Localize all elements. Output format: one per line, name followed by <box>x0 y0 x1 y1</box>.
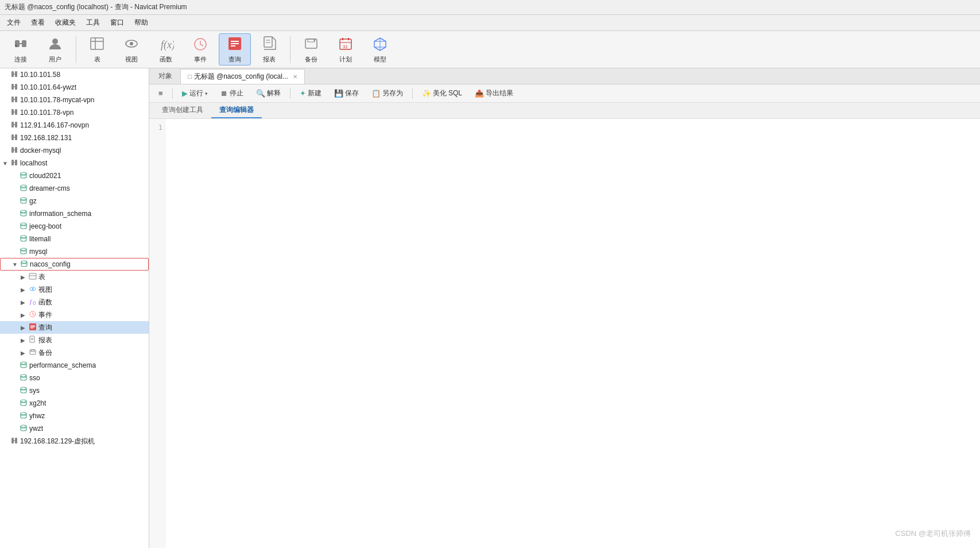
tree-item-c3[interactable]: 10.10.101.78-mycat-vpn <box>0 94 149 106</box>
menu-item-帮助[interactable]: 帮助 <box>130 16 153 29</box>
svg-point-100 <box>21 412 26 415</box>
tree-item-sso[interactable]: sso <box>0 372 149 384</box>
toolbar-btn-view[interactable]: 视图 <box>115 33 148 65</box>
subtab-1[interactable]: 查询编辑器 <box>211 103 262 118</box>
tree-label-performance_schema: performance_schema <box>29 361 96 369</box>
toolbar-btn-backup[interactable]: 备份 <box>295 33 327 65</box>
tree-toggle-backup_node[interactable]: ▶ <box>21 350 29 356</box>
backup-icon <box>303 36 319 54</box>
editor[interactable]: 1 <box>149 119 980 548</box>
tree-item-c_vm[interactable]: 192.168.182.129-虚拟机 <box>0 435 149 447</box>
tree-label-c6: 192.168.182.131 <box>20 134 72 142</box>
toolbar-btn-table[interactable]: 表 <box>81 33 113 65</box>
tree-icon-c7 <box>10 146 18 156</box>
tree-item-cloud2021[interactable]: cloud2021 <box>0 169 149 182</box>
explain-btn[interactable]: 🔍 解释 <box>251 87 285 100</box>
run-btn[interactable]: ▶ 运行 ▾ <box>177 87 212 100</box>
menu-item-窗口[interactable]: 窗口 <box>106 16 129 29</box>
svg-rect-47 <box>15 122 17 128</box>
menu-item-收藏夹[interactable]: 收藏夹 <box>51 16 80 29</box>
menu-item-工具[interactable]: 工具 <box>82 16 104 29</box>
tree-label-view_node: 视图 <box>38 285 52 295</box>
toolbar-btn-connect[interactable]: 连接 <box>5 33 37 65</box>
tree-item-func_node[interactable]: ▶f()函数 <box>0 296 149 308</box>
tree-item-c2[interactable]: 10.10.101.64-ywzt <box>0 81 149 94</box>
tree-item-c1[interactable]: 10.10.101.58 <box>0 68 149 81</box>
toolbar-btn-function[interactable]: f(x)函数 <box>150 33 182 65</box>
tree-item-mysql[interactable]: mysql <box>0 245 149 258</box>
query-toolbar: ≡ ▶ 运行 ▾ ⏹ 停止 🔍 解释 ✦ 新建 💾 <box>149 84 980 103</box>
tree-toggle-func_node[interactable]: ▶ <box>21 299 29 306</box>
toolbar-label-connect: 连接 <box>14 55 27 64</box>
save-btn[interactable]: 💾 保存 <box>330 87 363 100</box>
tree-toggle-event_node[interactable]: ▶ <box>21 312 29 318</box>
beautify-btn[interactable]: ✨ 美化 SQL <box>417 87 467 100</box>
toolbar-btn-model[interactable]: 模型 <box>364 33 396 65</box>
tree-item-c6[interactable]: 192.168.182.131 <box>0 132 149 144</box>
menu-btn[interactable]: ≡ <box>154 87 168 99</box>
subtab-0[interactable]: 查询创建工具 <box>154 103 211 118</box>
tree-item-view_node[interactable]: ▶视图 <box>0 283 149 296</box>
tree-item-table_node[interactable]: ▶表 <box>0 271 149 283</box>
tree-item-query_node[interactable]: ▶查询 <box>0 321 149 334</box>
svg-point-3 <box>15 45 17 47</box>
beautify-icon: ✨ <box>422 89 431 98</box>
tree-item-event_node[interactable]: ▶事件 <box>0 308 149 321</box>
tree-item-yhwz[interactable]: yhwz <box>0 410 149 422</box>
tree-item-gz[interactable]: gz <box>0 195 149 207</box>
tab-close-icon[interactable]: ✕ <box>293 74 297 80</box>
tree-icon-query_node <box>29 323 37 333</box>
tree-toggle-table_node[interactable]: ▶ <box>21 274 29 280</box>
sidebar[interactable]: 10.10.101.5810.10.101.64-ywzt10.10.101.7… <box>0 68 149 548</box>
toolbar-btn-report[interactable]: 报表 <box>253 33 285 65</box>
toolbar-btn-user[interactable]: 用户 <box>39 33 71 65</box>
tree-item-nacos_config[interactable]: ▼nacos_config <box>0 258 149 271</box>
tree-icon-ywzt <box>20 424 28 434</box>
toolbar-btn-schedule[interactable]: 31计划 <box>330 33 362 65</box>
tree-item-performance_schema[interactable]: performance_schema <box>0 359 149 372</box>
toolbar-label-model: 模型 <box>374 55 386 64</box>
tree-toggle-nacos_config[interactable]: ▼ <box>12 261 20 268</box>
tree-item-backup_node[interactable]: ▶备份 <box>0 346 149 359</box>
tree-item-dreamer-cms[interactable]: dreamer-cms <box>0 182 149 195</box>
schedule-icon: 31 <box>338 36 354 54</box>
tree-toggle-query_node[interactable]: ▶ <box>21 325 29 331</box>
toolbar-btn-query[interactable]: 查询 <box>219 33 251 65</box>
toolbar-btn-event[interactable]: 事件 <box>184 33 216 65</box>
menu-item-文件[interactable]: 文件 <box>2 16 25 29</box>
tree-toggle-localhost[interactable]: ▼ <box>2 160 10 167</box>
tree-icon-c4 <box>10 108 18 118</box>
save-label: 保存 <box>345 88 359 98</box>
tree-item-jeecg-boot[interactable]: jeecg-boot <box>0 220 149 233</box>
tree-icon-table_node <box>29 272 37 282</box>
export-btn[interactable]: 📤 导出结果 <box>470 87 518 100</box>
tab-objects[interactable]: 对象 <box>152 69 179 84</box>
menu-item-查看[interactable]: 查看 <box>26 16 49 29</box>
tree-item-litemall[interactable]: litemall <box>0 233 149 245</box>
tree-item-c5[interactable]: 112.91.146.167-novpn <box>0 119 149 132</box>
tree-item-c7[interactable]: docker-mysql <box>0 144 149 157</box>
tree-label-mysql: mysql <box>29 248 47 256</box>
tree-item-report_node[interactable]: ▶报表 <box>0 334 149 346</box>
svg-rect-53 <box>15 147 17 153</box>
stop-label: 停止 <box>230 88 243 98</box>
save-as-btn[interactable]: 📋 另存为 <box>367 87 408 100</box>
tree-item-xg2ht[interactable]: xg2ht <box>0 397 149 410</box>
tabbar: 对象 □ 无标题 @nacos_config (local... ✕ <box>149 68 980 84</box>
tree-icon-c1 <box>10 70 18 80</box>
stop-btn[interactable]: ⏹ 停止 <box>216 87 248 100</box>
toolbar: 连接用户表视图f(x)函数事件查询报表备份31计划模型 <box>0 31 980 68</box>
svg-rect-74 <box>29 273 36 279</box>
tab-query[interactable]: □ 无标题 @nacos_config (local... ✕ <box>180 69 305 84</box>
tree-toggle-report_node[interactable]: ▶ <box>21 337 29 344</box>
tree-item-localhost[interactable]: ▼localhost <box>0 157 149 169</box>
tree-label-sso: sso <box>29 374 40 382</box>
svg-line-82 <box>33 314 34 315</box>
editor-content[interactable] <box>168 119 980 548</box>
tree-item-sys[interactable]: sys <box>0 384 149 397</box>
tree-toggle-view_node[interactable]: ▶ <box>21 287 29 293</box>
tree-item-ywzt[interactable]: ywzt <box>0 422 149 435</box>
tree-item-information_schema[interactable]: information_schema <box>0 207 149 220</box>
tree-item-c4[interactable]: 10.10.101.78-vpn <box>0 106 149 119</box>
new-btn[interactable]: ✦ 新建 <box>295 87 326 100</box>
